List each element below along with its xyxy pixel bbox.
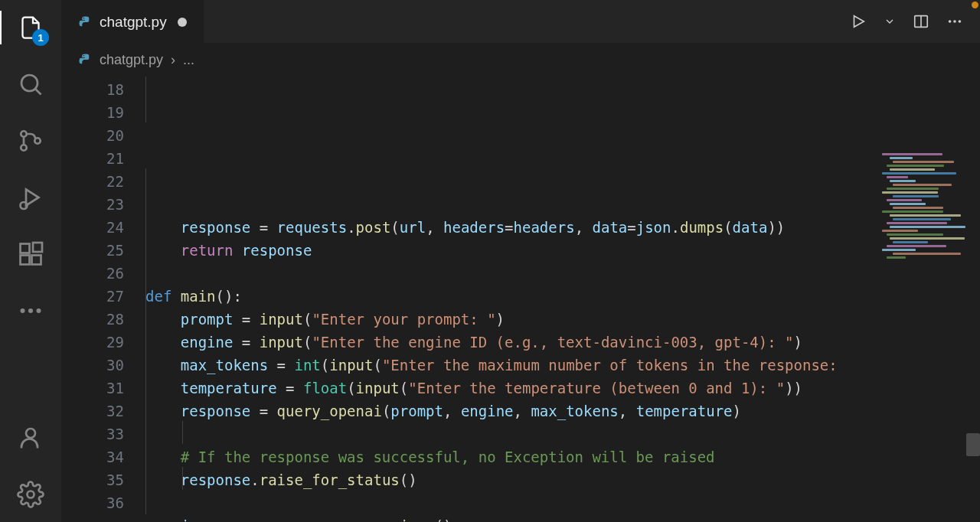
more-icon[interactable]: [17, 297, 44, 325]
code-line[interactable]: response.raise_for_status(): [145, 468, 980, 491]
svg-point-15: [949, 20, 952, 23]
python-file-icon: [78, 53, 92, 67]
breadcrumb-ellipsis: ...: [183, 52, 194, 68]
line-number: 32: [61, 400, 124, 422]
code-line[interactable]: engine = input("Enter the engine ID (e.g…: [145, 331, 980, 354]
svg-point-12: [26, 429, 35, 438]
run-dropdown-icon[interactable]: [884, 15, 896, 28]
breadcrumb-filename: chatgpt.py: [100, 52, 163, 68]
activity-bar: 1: [0, 0, 61, 522]
tab-label: chatgpt.py: [100, 14, 167, 31]
dirty-indicator-icon: [178, 18, 187, 27]
explorer-icon[interactable]: 1: [17, 14, 44, 41]
code-line[interactable]: def main():: [145, 285, 980, 308]
split-editor-icon[interactable]: [913, 13, 929, 30]
line-number: 35: [61, 468, 124, 491]
line-number: 28: [61, 308, 124, 331]
code-content[interactable]: response = requests.post(url, headers=he…: [145, 77, 980, 522]
scrollbar-thumb[interactable]: [966, 433, 980, 456]
line-number: 31: [61, 377, 124, 400]
svg-point-16: [953, 20, 956, 23]
line-number: 34: [61, 445, 124, 468]
svg-point-0: [21, 75, 38, 91]
line-number: 18: [61, 78, 124, 101]
tab-chatgpt[interactable]: chatgpt.py: [61, 0, 204, 43]
main-editor-area: chatgpt.py chatgpt.py › ... 18192021222: [61, 0, 980, 522]
svg-point-9: [21, 308, 25, 313]
explorer-badge: 1: [32, 29, 49, 46]
line-number: 21: [61, 147, 124, 170]
svg-point-17: [959, 20, 962, 23]
line-number: 33: [61, 422, 124, 445]
svg-point-11: [37, 308, 41, 313]
minimap[interactable]: [880, 153, 972, 276]
python-file-icon: [78, 15, 92, 29]
tab-bar: chatgpt.py: [61, 0, 980, 43]
code-line[interactable]: temperature = float(input("Enter the tem…: [145, 377, 980, 400]
breadcrumb[interactable]: chatgpt.py › ...: [61, 43, 980, 77]
line-number: 23: [61, 193, 124, 216]
line-number: 30: [61, 354, 124, 377]
extensions-icon[interactable]: [17, 240, 44, 268]
svg-point-4: [21, 202, 28, 209]
source-control-icon[interactable]: [17, 127, 44, 155]
code-line[interactable]: return response: [145, 239, 980, 262]
line-number: 24: [61, 216, 124, 239]
svg-point-2: [21, 145, 27, 151]
line-number: 29: [61, 331, 124, 354]
svg-rect-8: [33, 243, 42, 252]
line-number: 26: [61, 262, 124, 285]
code-line[interactable]: [145, 262, 980, 285]
run-debug-icon[interactable]: [17, 184, 44, 211]
svg-point-13: [28, 491, 34, 498]
svg-rect-6: [21, 256, 30, 265]
code-line[interactable]: response = query_openai(prompt, engine, …: [145, 400, 980, 422]
svg-point-3: [34, 138, 41, 144]
code-line[interactable]: max_tokens = int(input("Enter the maximu…: [145, 354, 980, 377]
code-line[interactable]: # If the response was successful, no Exc…: [145, 445, 980, 468]
search-icon[interactable]: [17, 70, 44, 98]
line-number: 20: [61, 124, 124, 147]
line-number: 22: [61, 170, 124, 193]
line-number-gutter: 18192021222324252627282930313233343536: [61, 77, 145, 522]
code-line[interactable]: json_response = response.json(): [145, 514, 980, 522]
breadcrumb-separator: ›: [171, 52, 175, 68]
line-number: 27: [61, 285, 124, 308]
modified-indicator-dot: [972, 2, 978, 8]
editor[interactable]: 18192021222324252627282930313233343536 r…: [61, 77, 980, 522]
line-number: 19: [61, 101, 124, 124]
run-file-icon[interactable]: [850, 13, 867, 30]
svg-point-10: [28, 308, 33, 313]
editor-more-icon[interactable]: [946, 13, 963, 30]
code-line[interactable]: [145, 491, 980, 514]
svg-rect-7: [32, 256, 41, 265]
svg-point-1: [21, 131, 27, 137]
account-icon[interactable]: [17, 424, 44, 452]
line-number: 36: [61, 491, 124, 514]
code-line[interactable]: [145, 422, 980, 445]
code-line[interactable]: prompt = input("Enter your prompt: "): [145, 308, 980, 331]
code-line[interactable]: response = requests.post(url, headers=he…: [145, 216, 980, 239]
line-number: 25: [61, 239, 124, 262]
settings-gear-icon[interactable]: [17, 481, 44, 508]
svg-rect-5: [21, 244, 30, 253]
